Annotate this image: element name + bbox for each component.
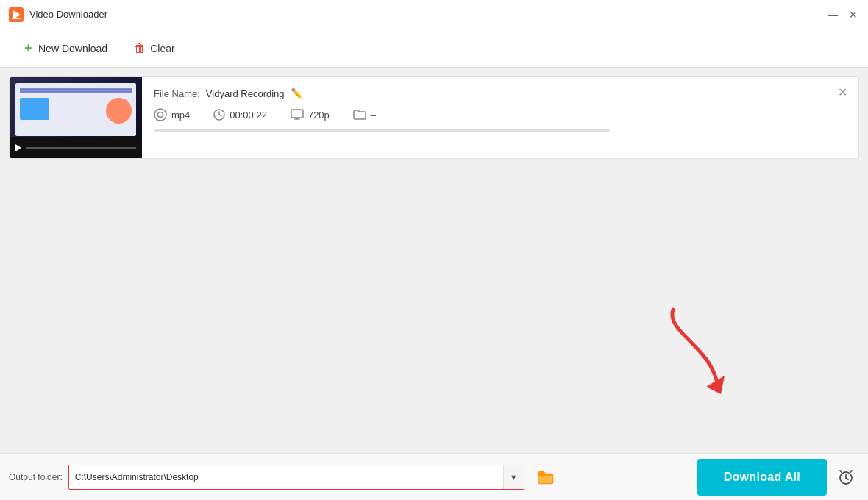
svg-line-7: [219, 115, 221, 116]
file-name-value: Vidyard Recording: [206, 88, 285, 99]
output-folder-wrapper: ▼: [68, 465, 524, 490]
new-download-label: New Download: [38, 43, 107, 54]
svg-rect-8: [291, 110, 303, 118]
edit-icon[interactable]: ✏️: [291, 88, 303, 99]
video-icon: [154, 108, 167, 121]
duration-item: 00:00:22: [213, 109, 291, 121]
app-title: Video Downloader: [29, 9, 107, 20]
output-folder-dropdown-button[interactable]: ▼: [503, 465, 524, 489]
new-download-button[interactable]: ＋ New Download: [12, 35, 118, 62]
open-folder-button[interactable]: [533, 465, 558, 490]
clear-button[interactable]: 🗑 Clear: [124, 36, 185, 61]
svg-marker-11: [706, 376, 725, 394]
progress-bar-background: [154, 129, 610, 132]
clock-icon: [213, 109, 225, 121]
toolbar: ＋ New Download 🗑 Clear: [0, 29, 868, 68]
red-arrow-annotation: [658, 302, 732, 400]
close-button[interactable]: ✕: [847, 9, 859, 21]
app-icon: [9, 7, 24, 22]
duration-value: 00:00:22: [230, 110, 267, 121]
progress-row: [154, 129, 847, 132]
plus-icon: ＋: [22, 40, 34, 56]
alarm-button[interactable]: [833, 464, 859, 490]
bottom-right: Download All: [697, 459, 859, 496]
video-thumbnail: [10, 77, 142, 158]
download-card: File Name: Vidyard Recording ✏️ mp4: [9, 76, 859, 159]
card-close-button[interactable]: ✕: [835, 85, 850, 99]
svg-point-4: [158, 113, 163, 118]
trash-icon: 🗑: [134, 42, 146, 55]
resolution-value: 720p: [308, 110, 330, 121]
main-content: File Name: Vidyard Recording ✏️ mp4: [0, 68, 868, 453]
folder-value: –: [371, 110, 376, 121]
title-bar-left: Video Downloader: [9, 7, 107, 22]
svg-rect-2: [12, 18, 21, 19]
clear-label: Clear: [150, 43, 174, 54]
title-bar: Video Downloader — ✕: [0, 0, 868, 29]
output-folder-input[interactable]: [69, 472, 503, 482]
resolution-icon: [291, 109, 304, 121]
title-bar-controls: — ✕: [827, 9, 859, 21]
bottom-bar: Output folder: ▼ Download All: [0, 453, 868, 500]
download-all-button[interactable]: Download All: [697, 459, 827, 496]
svg-line-14: [846, 478, 848, 479]
minimize-button[interactable]: —: [827, 9, 839, 21]
format-item: mp4: [154, 108, 213, 121]
file-name-row: File Name: Vidyard Recording ✏️: [154, 88, 847, 99]
folder-item: –: [353, 109, 399, 121]
folder-icon: [353, 109, 366, 121]
output-folder-label: Output folder:: [9, 472, 63, 482]
format-value: mp4: [171, 110, 190, 121]
resolution-item: 720p: [291, 109, 353, 121]
svg-point-3: [154, 109, 166, 121]
card-info: File Name: Vidyard Recording ✏️ mp4: [142, 77, 858, 158]
meta-row: mp4 00:00:22: [154, 108, 847, 121]
file-name-label: File Name:: [154, 88, 200, 99]
